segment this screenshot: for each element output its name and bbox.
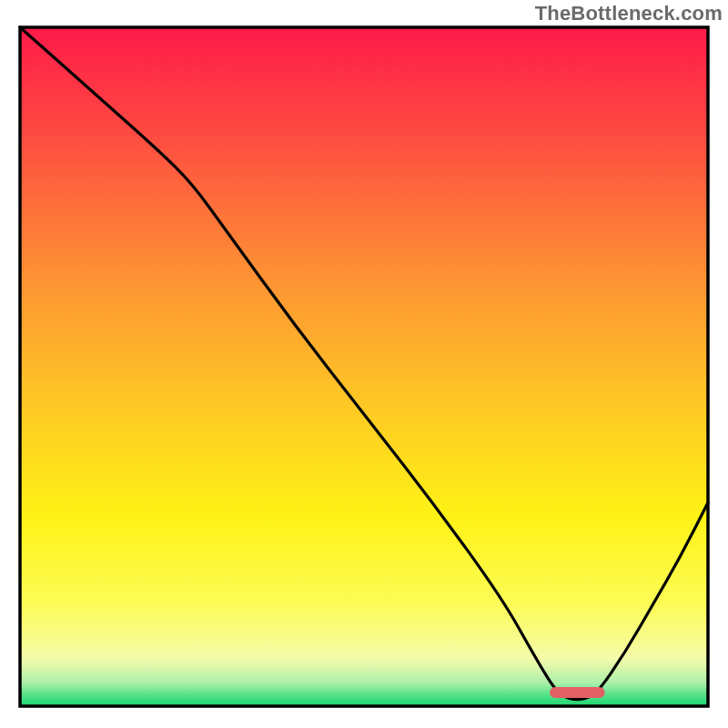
plot-background [20, 27, 708, 706]
bottleneck-chart [0, 0, 728, 728]
chart-container: TheBottleneck.com [0, 0, 728, 728]
minimum-marker [550, 687, 604, 698]
